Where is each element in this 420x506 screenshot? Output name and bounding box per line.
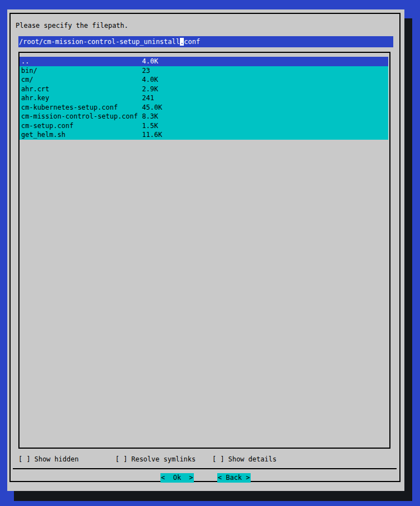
ok-button[interactable]: < Ok > [160,473,194,483]
file-name: .. [21,57,142,66]
checkbox-show-hidden[interactable]: [ ]Show hidden [18,455,79,464]
checkbox-box-icon: [ ] [212,455,224,463]
file-name: get_helm.sh [21,130,142,140]
file-row-selected[interactable]: ..4.0K [19,57,388,66]
file-size: 23 [142,66,150,76]
file-name: ahr.crt [21,85,142,94]
checkbox-show-details[interactable]: [ ]Show details [212,455,276,464]
file-size: 241 [142,94,154,103]
file-size: 2.9K [142,85,158,94]
terminal-screen: { "dialog": { "title": "Please specify t… [0,0,420,506]
checkbox-resolve-symlinks[interactable]: [ ]Resolve symlinks [115,455,196,464]
file-size: 1.5K [142,121,158,131]
file-name: cm-kubernetes-setup.conf [21,103,142,112]
file-name: bin/ [21,66,142,76]
file-row[interactable]: ahr.key241 [19,94,388,103]
file-row[interactable]: cm-mission-control-setup.conf8.3K [19,112,388,121]
back-button[interactable]: < Back > [217,473,251,483]
input-text-before-cursor: /root/cm-mission-control-setup_uninstall [19,38,180,46]
file-size: 4.0K [142,75,158,85]
button-area-separator [13,468,397,469]
checkbox-box-icon: [ ] [115,455,128,463]
file-size: 8.3K [142,112,158,121]
file-row[interactable]: get_helm.sh11.6K [19,130,388,140]
dialog-prompt: Please specify the filepath. [16,21,128,30]
checkbox-box-icon: [ ] [18,455,31,463]
checkbox-label: Show hidden [35,455,79,463]
file-name: cm-setup.conf [21,121,142,131]
file-size: 11.6K [142,130,162,140]
file-row[interactable]: cm/4.0K [19,75,388,85]
file-row[interactable]: cm-setup.conf1.5K [19,121,388,131]
file-size: 4.0K [142,57,158,66]
file-name: cm/ [21,75,142,85]
file-list: ..4.0K bin/23 cm/4.0K ahr.crt2.9K ahr.ke… [18,52,390,449]
file-rows: ..4.0K bin/23 cm/4.0K ahr.crt2.9K ahr.ke… [19,57,389,140]
file-row[interactable]: cm-kubernetes-setup.conf45.0K [19,103,388,112]
file-name: ahr.key [21,94,142,103]
file-name: cm-mission-control-setup.conf [21,112,142,121]
file-selection-dialog: Please specify the filepath. /root/cm-mi… [7,9,404,491]
file-size: 45.0K [142,103,162,112]
input-text-after-cursor: conf [184,38,200,46]
checkbox-label: Resolve symlinks [131,455,196,463]
file-row[interactable]: bin/23 [19,66,388,76]
filepath-input[interactable]: /root/cm-mission-control-setup_uninstall… [18,36,393,47]
checkbox-label: Show details [228,455,277,463]
file-row[interactable]: ahr.crt2.9K [19,85,388,94]
